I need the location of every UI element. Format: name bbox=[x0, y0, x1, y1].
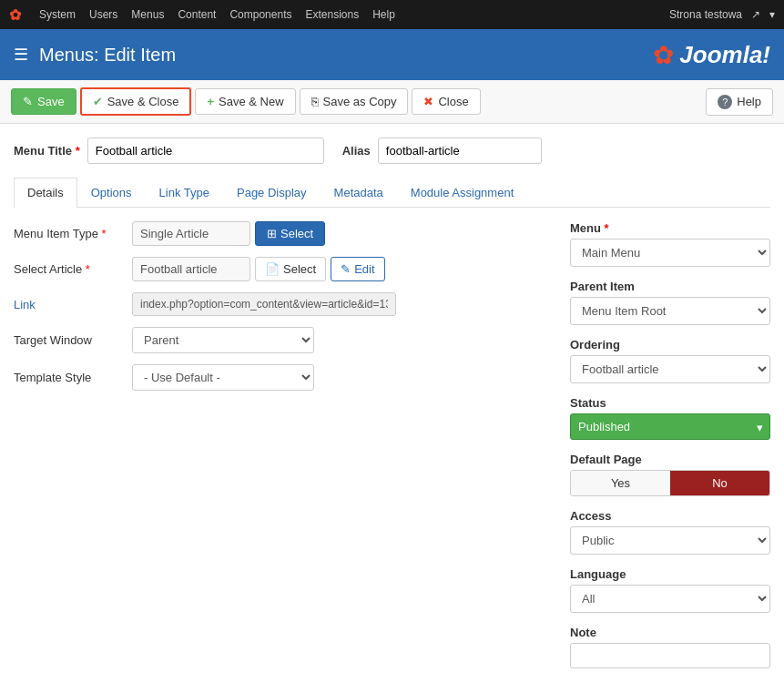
language-select[interactable]: All bbox=[570, 585, 770, 613]
save-new-button[interactable]: + Save & New bbox=[195, 88, 295, 115]
save-icon: ✎ bbox=[23, 95, 33, 108]
form-left-panel: Menu Item Type * ⊞ Select Select Article… bbox=[14, 221, 552, 681]
status-wrap: Published bbox=[570, 413, 770, 440]
copy-icon: ⎘ bbox=[311, 95, 319, 108]
save-close-button[interactable]: ✔ Save & Close bbox=[80, 87, 192, 116]
select-article-value: 📄 Select ✎ Edit bbox=[132, 257, 552, 281]
select-icon: ⊞ bbox=[267, 227, 277, 240]
tab-page-display[interactable]: Page Display bbox=[223, 178, 321, 207]
menu-right-label: Menu * bbox=[570, 221, 770, 235]
header-bar: ☰ Menus: Edit Item ✿ Joomla! bbox=[0, 29, 784, 80]
template-style-label: Template Style bbox=[14, 371, 132, 384]
menu-item-type-row: Menu Item Type * ⊞ Select bbox=[14, 221, 552, 246]
help-button[interactable]: ? Help bbox=[706, 88, 773, 116]
external-link-icon: ↗ bbox=[751, 8, 760, 21]
parent-item-field: Parent Item Menu Item Root bbox=[570, 280, 770, 325]
language-label: Language bbox=[570, 567, 770, 581]
save-copy-button[interactable]: ⎘ Save as Copy bbox=[300, 88, 409, 115]
tab-link-type[interactable]: Link Type bbox=[146, 178, 223, 207]
nav-system[interactable]: System bbox=[39, 8, 76, 21]
top-navigation: ✿ System Users Menus Content Components … bbox=[0, 0, 784, 29]
link-value bbox=[132, 292, 552, 316]
default-page-toggle: Yes No bbox=[570, 470, 770, 496]
ordering-field: Ordering Football article bbox=[570, 338, 770, 383]
menu-title-input[interactable] bbox=[87, 138, 324, 164]
toolbar: ✎ Save ✔ Save & Close + Save & New ⎘ Sav… bbox=[0, 80, 784, 124]
target-window-value: Parent bbox=[132, 327, 552, 353]
nav-help[interactable]: Help bbox=[372, 8, 395, 21]
status-field: Status Published bbox=[570, 396, 770, 440]
target-window-label: Target Window bbox=[14, 333, 132, 347]
menu-item-type-select-button[interactable]: ⊞ Select bbox=[255, 221, 325, 246]
header-bar-left: ☰ Menus: Edit Item bbox=[14, 45, 176, 66]
menu-item-type-input bbox=[132, 221, 250, 246]
tab-metadata[interactable]: Metadata bbox=[321, 178, 397, 207]
link-row: Link bbox=[14, 292, 552, 316]
access-select[interactable]: Public bbox=[570, 526, 770, 555]
ordering-select[interactable]: Football article bbox=[570, 355, 770, 383]
alias-group: Alias bbox=[342, 138, 542, 164]
form-body: Menu Item Type * ⊞ Select Select Article… bbox=[14, 221, 770, 681]
note-field: Note bbox=[570, 626, 770, 668]
target-window-select[interactable]: Parent bbox=[132, 327, 314, 353]
ordering-label: Ordering bbox=[570, 338, 770, 352]
menu-title-group: Menu Title * bbox=[14, 138, 324, 164]
status-select[interactable]: Published bbox=[570, 413, 770, 440]
link-input[interactable] bbox=[132, 292, 396, 316]
target-window-row: Target Window Parent bbox=[14, 327, 552, 353]
select-article-input bbox=[132, 257, 250, 281]
form-right-panel: Menu * Main Menu Parent Item Menu Item R… bbox=[570, 221, 770, 681]
default-page-field: Default Page Yes No bbox=[570, 453, 770, 496]
access-label: Access bbox=[570, 509, 770, 523]
nav-extensions[interactable]: Extensions bbox=[305, 8, 359, 21]
menu-select[interactable]: Main Menu bbox=[570, 239, 770, 267]
close-button[interactable]: ✖ Close bbox=[412, 88, 480, 115]
user-menu-icon[interactable]: ▾ bbox=[769, 8, 775, 21]
hamburger-menu-icon[interactable]: ☰ bbox=[14, 45, 28, 65]
doc-icon: 📄 bbox=[265, 262, 280, 276]
check-icon: ✔ bbox=[93, 95, 103, 108]
parent-item-select[interactable]: Menu Item Root bbox=[570, 297, 770, 325]
nav-content[interactable]: Content bbox=[178, 8, 216, 21]
alias-label: Alias bbox=[342, 144, 371, 158]
language-field: Language All bbox=[570, 567, 770, 613]
edit-icon: ✎ bbox=[341, 262, 351, 276]
article-select-button[interactable]: 📄 Select bbox=[255, 257, 326, 281]
joomla-logo-icon: ✿ bbox=[9, 6, 21, 24]
article-edit-button[interactable]: ✎ Edit bbox=[331, 257, 384, 281]
menu-title-label: Menu Title * bbox=[14, 144, 80, 158]
link-label: Link bbox=[14, 298, 132, 311]
nav-users[interactable]: Users bbox=[89, 8, 117, 21]
menu-item-type-value: ⊞ Select bbox=[132, 221, 552, 246]
joomla-star-icon: ✿ bbox=[653, 40, 674, 70]
access-field: Access Public bbox=[570, 509, 770, 555]
template-style-value: - Use Default - bbox=[132, 364, 552, 391]
save-button[interactable]: ✎ Save bbox=[11, 88, 76, 115]
toolbar-left: ✎ Save ✔ Save & Close + Save & New ⎘ Sav… bbox=[11, 87, 481, 116]
template-style-row: Template Style - Use Default - bbox=[14, 364, 552, 391]
page-title: Menus: Edit Item bbox=[39, 45, 176, 66]
default-page-label: Default Page bbox=[570, 453, 770, 466]
form-header: Menu Title * Alias bbox=[14, 138, 770, 164]
top-nav-left: ✿ System Users Menus Content Components … bbox=[9, 6, 395, 24]
menu-title-required: * bbox=[76, 144, 80, 158]
content-area: Menu Title * Alias Details Options Link … bbox=[0, 124, 784, 693]
top-nav-right: Strona testowa ↗ ▾ bbox=[669, 8, 775, 21]
help-icon: ? bbox=[718, 95, 732, 109]
parent-item-label: Parent Item bbox=[570, 280, 770, 293]
site-name-link[interactable]: Strona testowa bbox=[669, 8, 742, 21]
select-article-label: Select Article * bbox=[14, 262, 132, 276]
nav-menus[interactable]: Menus bbox=[131, 8, 164, 21]
alias-input[interactable] bbox=[378, 138, 542, 164]
tab-module-assignment[interactable]: Module Assignment bbox=[397, 178, 527, 207]
note-label: Note bbox=[570, 626, 770, 639]
template-style-select[interactable]: - Use Default - bbox=[132, 364, 314, 391]
tab-details[interactable]: Details bbox=[14, 178, 77, 208]
status-label: Status bbox=[570, 396, 770, 410]
default-page-yes-button[interactable]: Yes bbox=[571, 471, 670, 495]
select-article-row: Select Article * 📄 Select ✎ Edit bbox=[14, 257, 552, 281]
default-page-no-button[interactable]: No bbox=[670, 471, 769, 495]
tab-options[interactable]: Options bbox=[77, 178, 146, 207]
nav-components[interactable]: Components bbox=[229, 8, 291, 21]
note-input[interactable] bbox=[570, 643, 770, 668]
